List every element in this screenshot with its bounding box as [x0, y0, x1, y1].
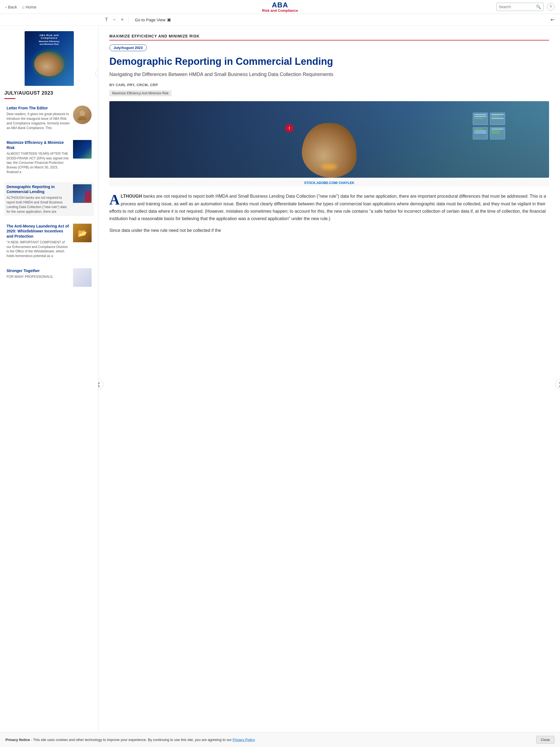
sidebar: ❮ ABA Risk andCompliance Maximize Effici… [0, 26, 98, 743]
article-thumb-letter [73, 106, 92, 124]
article-title-efficiency: Maximize Efficiency & Minimize Risk [6, 140, 70, 150]
magazine-cover: ABA Risk andCompliance Maximize Efficien… [25, 31, 74, 86]
main-layout: ❮ ABA Risk andCompliance Maximize Effici… [0, 26, 560, 743]
goto-page-button[interactable]: Go to Page View ▣ [133, 16, 173, 23]
cookie-body-text: - This site uses cookies and other techn… [31, 738, 233, 742]
back-button[interactable]: ‹ Back [5, 5, 17, 9]
article-excerpt-demographic: ALTHOUGH banks are not required to repor… [6, 196, 70, 214]
back-arrow-icon: ‹ [5, 5, 7, 9]
cookie-text: Privacy Notice - This site uses cookies … [5, 738, 532, 742]
hero-ui-panels [473, 113, 505, 139]
article-hero-image: ! [109, 101, 549, 178]
search-input[interactable] [499, 5, 534, 9]
cover-logo: ABA Risk andCompliance [40, 34, 59, 40]
image-caption: STOCK.ADOBE.COM/ CHAYLEK [109, 179, 549, 186]
body-paragraph-1: banks are not required to report both HM… [109, 194, 546, 221]
article-thumb-aml [73, 224, 92, 242]
article-tag: Maximize Efficiency And Minimize Risk [109, 90, 172, 96]
header-right: 🔍 ? [496, 3, 555, 11]
zoom-in-button[interactable]: + [120, 17, 125, 23]
article-subtitle: Navigating the Differences Between HMDA … [109, 71, 549, 78]
hero-hand-graphic [302, 123, 357, 178]
article-byline: BY CARL PRY, CRCM, CRP [109, 83, 549, 87]
article-excerpt-stronger: FOR MANY PROFESSIONALS, [6, 275, 70, 279]
goto-page-label: Go to Page View [135, 18, 166, 22]
svg-point-1 [78, 117, 87, 120]
article-main-title: Demographic Reporting in Commercial Lend… [109, 55, 549, 67]
help-button[interactable]: ? [547, 3, 555, 11]
article-title-aml: The Anti-Money Laundering Act of 2020: W… [6, 224, 70, 239]
sidebar-collapse-button[interactable]: ❮ [96, 70, 98, 77]
logo-aba-text: ABA [272, 1, 288, 9]
article-thumb-stronger [73, 268, 92, 287]
search-icon-button[interactable]: 🔍 [536, 4, 541, 9]
search-box[interactable]: 🔍 [496, 3, 543, 11]
home-button[interactable]: ⌂ Home [22, 5, 36, 9]
article-thumb-demographic [73, 184, 92, 203]
sidebar-item-stronger[interactable]: Stronger Together FOR MANY PROFESSIONALS… [4, 266, 94, 289]
article-excerpt-efficiency: ALMOST THIRTEEN YEARS AFTER THE DODD-FRA… [6, 152, 70, 175]
cookie-notice: Privacy Notice - This site uses cookies … [0, 732, 560, 743]
zoom-out-button[interactable]: − [112, 17, 117, 23]
toolbar-divider [128, 17, 129, 22]
article-title-letter: Letter From The Editor [6, 106, 70, 110]
article-excerpt-letter: Dear readers, It gives me great pleasure… [6, 112, 70, 130]
next-article-button[interactable]: ❯ [555, 379, 560, 389]
header-left: ‹ Back ⌂ Home [5, 5, 36, 9]
article-body: A LTHOUGH banks are not required to repo… [109, 192, 549, 234]
section-label: MAXIMIZE EFFICIENCY AND MINIMIZE RISK [109, 34, 549, 38]
article-title-demographic: Demographic Reporting in Commercial Lend… [6, 184, 70, 194]
cover-title: Maximize Efficiencyand Minimize Risk [39, 40, 59, 45]
cookie-bold-label: Privacy Notice [5, 738, 30, 742]
home-label: Home [25, 5, 36, 9]
home-icon: ⌂ [22, 5, 24, 9]
article-thumb-efficiency [73, 140, 92, 159]
privacy-policy-link[interactable]: Privacy Policy [233, 738, 255, 742]
image-credit-link[interactable]: STOCK.ADOBE.COM/ CHAYLEK [304, 181, 354, 185]
back-label: Back [8, 5, 17, 9]
article-content: ❮ ❯ MAXIMIZE EFFICIENCY AND MINIMIZE RIS… [98, 26, 560, 743]
reading-toolbar: T − + Go to Page View ▣ ⇜ [0, 14, 560, 26]
body-bold-word: LTHOUGH [121, 194, 142, 199]
cover-graphic [30, 48, 68, 80]
prev-article-button[interactable]: ❮ [98, 379, 103, 389]
section-divider [109, 40, 549, 41]
svg-point-0 [80, 110, 85, 116]
body-paragraph-2: Since data under the new rule need not b… [109, 227, 549, 234]
sidebar-item-demographic[interactable]: Demographic Reporting in Commercial Lend… [4, 182, 94, 216]
sidebar-item-aml[interactable]: The Anti-Money Laundering Act of 2020: W… [4, 222, 94, 261]
share-button[interactable]: ⇜ [551, 17, 555, 23]
app-header: ‹ Back ⌂ Home ABA Risk and Compliance 🔍 … [0, 0, 560, 14]
font-size-button[interactable]: T [104, 17, 109, 23]
sidebar-item-letter[interactable]: Letter From The Editor Dear readers, It … [4, 103, 94, 132]
page-view-icon: ▣ [167, 17, 171, 22]
sidebar-issue-date: JULY/AUGUST 2023 [4, 90, 94, 96]
drop-cap: A [109, 194, 120, 206]
cookie-close-button[interactable]: Close [536, 736, 555, 743]
issue-date-divider [4, 98, 15, 99]
logo-subtitle: Risk and Compliance [262, 9, 298, 12]
sidebar-item-efficiency[interactable]: Maximize Efficiency & Minimize Risk ALMO… [4, 138, 94, 176]
issue-badge: July/August 2023 [109, 44, 147, 51]
article-excerpt-aml: "A NEW, IMPORTANT COMPONENT of our Enfor… [6, 240, 70, 258]
app-logo: ABA Risk and Compliance [262, 1, 298, 13]
article-title-stronger: Stronger Together [6, 268, 70, 273]
